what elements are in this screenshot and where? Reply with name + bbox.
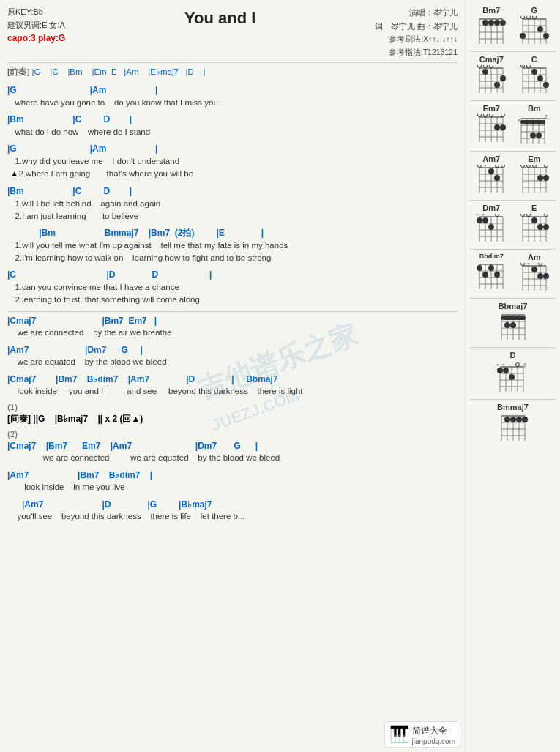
rpd-1: [470, 51, 556, 52]
section-6-chords: |C |D D |: [7, 269, 458, 281]
svg-point-113: [532, 165, 536, 168]
svg-point-67: [478, 114, 482, 117]
svg-point-142: [526, 214, 530, 217]
svg-point-146: [543, 224, 549, 230]
svg-point-116: [543, 175, 549, 181]
section-1-chords: |G |Am |: [7, 84, 458, 97]
svg-point-96: [478, 165, 482, 168]
svg-point-145: [537, 224, 543, 230]
svg-point-112: [526, 165, 530, 168]
svg-point-158: [488, 265, 494, 271]
intro-chords: |G |C |Bm |Em E |Am |E♭maj7 |D |: [32, 67, 206, 76]
svg-point-186: [510, 322, 516, 328]
section-4-chords: |Bm |C D |: [7, 185, 458, 198]
chord-bm7-label: Bm7: [482, 6, 500, 15]
section-9-chords: |Cmaj7 |Bm7 B♭dim7 |Am7 |D | Bbmaj7: [7, 373, 458, 386]
section-5: |Bm Bmmaj7 |Bm7 (2拍) |E | 1.will you tel…: [7, 227, 458, 264]
header-right: 演唱：岑宁儿 词：岑宁儿 曲：岑宁儿 参考刷法:X↑↑↓ ↓↑↑↓ 参考指法:T…: [375, 6, 458, 59]
svg-point-10: [488, 20, 494, 26]
svg-text:2: 2: [545, 114, 548, 119]
bottom-logo: 🎹 简谱大全 jianpudq.com: [384, 721, 460, 748]
section-3: |G |Am | 1.why did you leave me I don't …: [7, 143, 458, 180]
chord-bbdim7-grid: [475, 261, 507, 291]
svg-point-202: [509, 374, 515, 380]
svg-point-131: [488, 224, 494, 230]
section-13: |Am7 |D |G |B♭maj7 you'll see beyond thi…: [7, 499, 458, 524]
chord-bbmaj7: Bbmaj7: [470, 302, 556, 341]
suggested-key: 建议男调:E 女:A: [7, 19, 65, 32]
section-9: |Cmaj7 |Bm7 B♭dim7 |Am7 |D | Bbmaj7 look…: [7, 373, 458, 398]
header-center: You and I: [65, 6, 375, 59]
lyricist: 词：岑宁儿 曲：岑宁儿: [375, 20, 458, 34]
chord-pair-1: Bm7: [470, 6, 556, 45]
svg-point-156: [477, 265, 482, 271]
section-4-lyric-2: 2.I am just learning to believe: [7, 210, 458, 223]
chord-bmmaj7: Bmmaj7: [470, 403, 556, 442]
chord-am: Am ×: [515, 253, 553, 292]
rpd-7: [470, 347, 556, 348]
left-panel: 吉他谱乐之家JUEZJ.COM 原KEY:Bb 建议男调:E 女:A capo:…: [0, 0, 465, 752]
header-left: 原KEY:Bb 建议男调:E 女:A capo:3 play:G: [7, 6, 65, 59]
section-6: |C |D D | 1.can you convince me that I h…: [7, 269, 458, 306]
svg-point-9: [482, 20, 488, 26]
chord-am7-grid: ×: [475, 165, 507, 194]
chord-em7: Em7: [472, 104, 510, 145]
chord-am7-label: Am7: [482, 155, 500, 163]
performer: 演唱：岑宁儿: [375, 6, 458, 20]
svg-point-201: [503, 368, 509, 373]
chord-pair-8: D 2 × ×: [470, 351, 556, 393]
song-title: You and I: [65, 9, 375, 28]
svg-point-144: [531, 217, 537, 223]
original-key: 原KEY:Bb: [7, 6, 65, 19]
chord-pair-7: Bbmaj7: [470, 302, 556, 341]
chord-bm-grid: 2 ×: [517, 114, 552, 145]
section-13-lyric-1: you'll see beyond this darkness there is…: [7, 510, 458, 523]
svg-point-69: [490, 114, 493, 117]
ref-strum: 参考刷法:X↑↑↓ ↓↑↑↓: [375, 33, 458, 46]
section-11-chords: |Cmaj7 |Bm7 Em7 |Am7 |Dm7 G |: [7, 440, 458, 453]
svg-point-197: [515, 363, 519, 367]
section-5-chords: |Bm Bmmaj7 |Bm7 (2拍) |E |: [7, 227, 458, 239]
svg-point-114: [544, 165, 548, 168]
chord-bm7: Bm7: [472, 6, 510, 45]
section-2-chords: |Bm |C D |: [7, 113, 458, 126]
chord-pair-6: Bbdim7 Am: [470, 253, 556, 292]
section-9-lyric-1: look inside you and I and see beyond thi…: [7, 385, 458, 398]
intro-bracket: [前奏]: [7, 67, 32, 76]
section-13-chords: |Am7 |D |G |B♭maj7: [7, 499, 458, 511]
svg-point-143: [544, 214, 548, 217]
chord-e: E: [515, 204, 553, 243]
svg-point-71: [494, 124, 500, 130]
svg-point-213: [510, 417, 516, 422]
rpd-2: [470, 100, 556, 101]
svg-text:×: ×: [496, 362, 499, 367]
svg-point-56: [537, 75, 543, 81]
chord-d-grid: 2 × ×: [496, 361, 531, 393]
svg-point-111: [520, 165, 524, 168]
section-12-lyric-1: look inside in me you live: [7, 481, 458, 494]
chord-c: C ×: [515, 55, 553, 94]
svg-point-38: [484, 65, 488, 68]
svg-point-169: [520, 263, 524, 266]
intro-line: [前奏] |G |C |Bm |Em E |Am |E♭maj7 |D |: [7, 66, 458, 78]
svg-point-129: [477, 217, 482, 223]
svg-point-25: [520, 33, 526, 39]
section-4-lyric-1: 1.will I be left behind again and again: [7, 198, 458, 210]
section-12: |Am7 |Bm7 B♭dim7 | look inside in me you…: [7, 469, 458, 494]
chord-cmaj7-label: Cmaj7: [479, 55, 504, 64]
svg-text:×: ×: [476, 214, 479, 217]
section-2-lyric-1: what do I do now where do I stand: [7, 126, 458, 138]
section-8-chords: |Am7 |Dm7 G |: [7, 344, 458, 357]
svg-point-42: [482, 69, 488, 75]
svg-point-200: [497, 368, 503, 373]
svg-point-84: [530, 133, 536, 138]
section-interlude: [间奏] ||G |B♭maj7 || x 2 (回▲): [7, 413, 458, 425]
chord-cmaj7-grid: [475, 65, 507, 94]
section-1-lyric-1: where have you gone to do you know that …: [7, 97, 458, 109]
svg-point-37: [478, 65, 482, 68]
chord-bbdim7: Bbdim7: [472, 253, 510, 292]
svg-point-85: [536, 133, 542, 138]
rpd-5: [470, 249, 556, 250]
svg-point-159: [494, 272, 500, 278]
chord-pair-9: Bmmaj7: [470, 403, 556, 442]
